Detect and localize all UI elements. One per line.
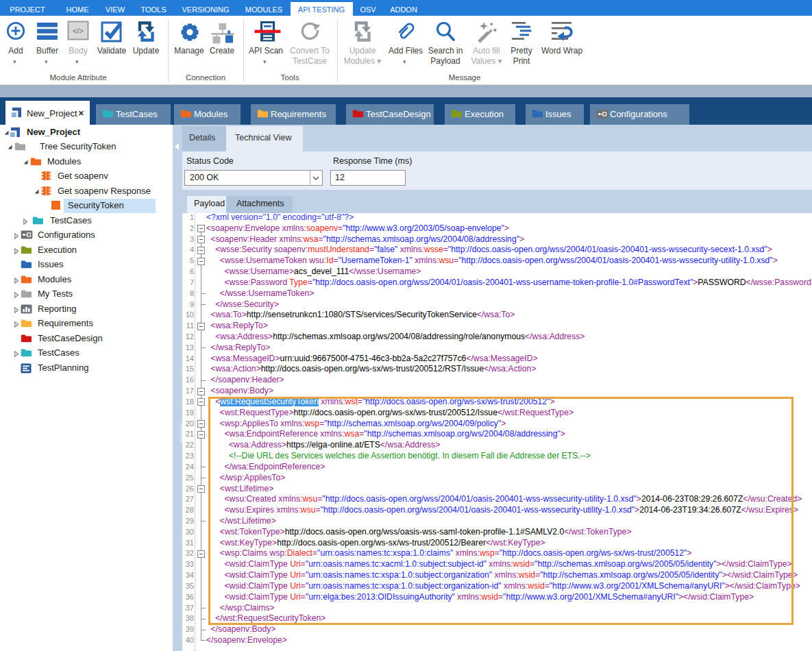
- svg-text:</>: </>: [73, 27, 84, 35]
